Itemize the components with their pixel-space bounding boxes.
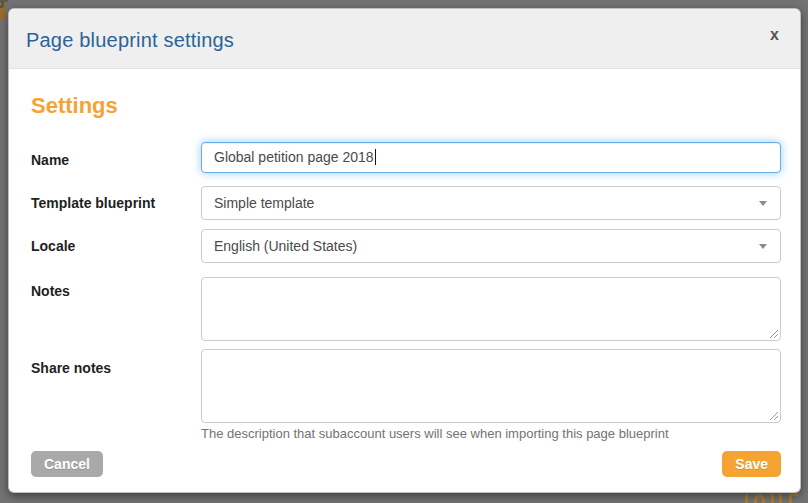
template-blueprint-label: Template blueprint bbox=[31, 195, 155, 211]
name-input[interactable]: Global petition page 2018 bbox=[201, 142, 781, 173]
locale-selected-value: English (United States) bbox=[214, 238, 357, 254]
notes-textarea[interactable] bbox=[201, 277, 781, 341]
chevron-down-icon bbox=[759, 244, 767, 249]
background-page-fragment bbox=[744, 493, 806, 503]
text-caret bbox=[375, 149, 376, 165]
cancel-button[interactable]: Cancel bbox=[31, 451, 103, 477]
share-notes-help-text: The description that subaccount users wi… bbox=[201, 426, 669, 441]
name-input-value: Global petition page 2018 bbox=[214, 149, 374, 165]
share-notes-label: Share notes bbox=[31, 360, 111, 376]
share-notes-field-wrapper bbox=[201, 349, 781, 423]
resize-grip-icon[interactable] bbox=[768, 328, 779, 339]
locale-select[interactable]: English (United States) bbox=[201, 229, 781, 263]
modal-header: Page blueprint settings x bbox=[9, 9, 800, 69]
resize-grip-icon[interactable] bbox=[768, 410, 779, 421]
share-notes-textarea[interactable] bbox=[201, 349, 781, 423]
locale-label: Locale bbox=[31, 238, 75, 254]
chevron-down-icon bbox=[759, 201, 767, 206]
template-blueprint-selected-value: Simple template bbox=[214, 195, 314, 211]
modal-title: Page blueprint settings bbox=[26, 29, 234, 52]
name-label: Name bbox=[31, 152, 69, 168]
background-page-fragment bbox=[0, 0, 8, 2]
template-blueprint-select[interactable]: Simple template bbox=[201, 186, 781, 220]
settings-heading: Settings bbox=[31, 93, 118, 119]
notes-field-wrapper bbox=[201, 277, 781, 341]
page-blueprint-settings-modal: Page blueprint settings x Settings Name … bbox=[8, 8, 801, 493]
modal-overlay-backdrop: { "modal": { "title": "Page blueprint se… bbox=[0, 0, 808, 503]
save-button[interactable]: Save bbox=[722, 451, 781, 477]
notes-label: Notes bbox=[31, 283, 70, 299]
close-icon[interactable]: x bbox=[770, 27, 779, 43]
